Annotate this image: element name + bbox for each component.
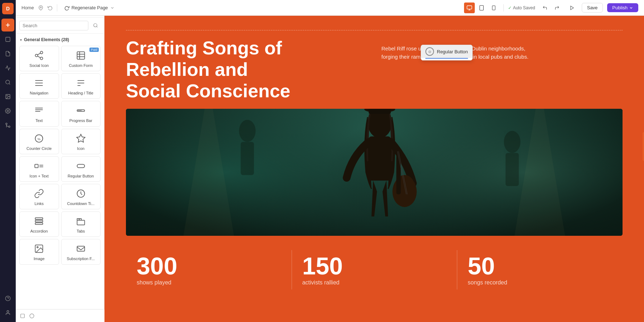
svg-point-73 bbox=[504, 131, 520, 153]
tablet-button[interactable] bbox=[476, 3, 487, 13]
tabs-preview bbox=[75, 215, 87, 227]
add-elements-icon[interactable] bbox=[1, 19, 14, 31]
user-icon[interactable] bbox=[1, 306, 14, 319]
svg-point-71 bbox=[239, 120, 255, 142]
feedback-tab[interactable]: Feedback bbox=[643, 132, 644, 161]
panel-bottom-icon-2[interactable] bbox=[29, 313, 34, 318]
svg-rect-43 bbox=[77, 220, 84, 225]
element-text[interactable]: Text bbox=[19, 101, 59, 126]
save-button[interactable]: Save bbox=[582, 3, 603, 13]
hero-right: Rebel Riff rose up from working class Du… bbox=[381, 38, 623, 61]
redo-button[interactable] bbox=[552, 3, 562, 13]
app-logo[interactable]: D bbox=[2, 3, 14, 14]
svg-rect-31 bbox=[77, 110, 82, 112]
panel-bottom-icon-1[interactable] bbox=[20, 313, 25, 318]
pages-icon[interactable] bbox=[1, 47, 14, 60]
element-icon[interactable]: Icon bbox=[61, 129, 101, 154]
help-icon[interactable] bbox=[1, 292, 14, 305]
autosave-label: Auto Saved bbox=[513, 5, 535, 10]
analytics-icon[interactable] bbox=[1, 62, 14, 74]
element-heading-title[interactable]: Heading / Title bbox=[61, 73, 101, 99]
svg-point-8 bbox=[9, 126, 10, 127]
settings-icon[interactable] bbox=[1, 104, 14, 117]
element-navigation[interactable]: Navigation bbox=[19, 73, 59, 99]
stat-item-0: 300 shows played bbox=[126, 247, 292, 293]
svg-point-15 bbox=[40, 51, 43, 54]
page-border bbox=[126, 30, 623, 30]
element-countdown-timer[interactable]: Countdown Ti... bbox=[61, 184, 101, 209]
search-button[interactable] bbox=[91, 20, 101, 30]
divider-1 bbox=[57, 4, 57, 11]
svg-line-19 bbox=[38, 53, 40, 55]
history-icon[interactable] bbox=[48, 5, 53, 10]
element-subscription-form[interactable]: Subscription F... bbox=[61, 239, 101, 264]
svg-point-45 bbox=[37, 247, 38, 248]
svg-rect-47 bbox=[21, 314, 25, 318]
svg-rect-49 bbox=[467, 6, 472, 9]
add-elements-panel: Add Elements ✕ ▾ General Elements (28) S… bbox=[16, 0, 104, 322]
media-icon[interactable] bbox=[1, 90, 14, 103]
countdown-timer-preview bbox=[75, 188, 87, 199]
element-label: Accordion bbox=[30, 229, 48, 234]
text-preview bbox=[33, 105, 45, 116]
publish-button[interactable]: Publish bbox=[607, 3, 638, 12]
search-input[interactable] bbox=[19, 21, 88, 30]
hero-row: Crafting Songs of Rebellion and Social C… bbox=[126, 38, 623, 102]
svg-marker-34 bbox=[77, 134, 85, 142]
stat-number-2: 50 bbox=[468, 254, 612, 278]
navigation-preview bbox=[33, 77, 45, 89]
seo-icon[interactable] bbox=[1, 76, 14, 89]
svg-line-4 bbox=[9, 83, 10, 84]
divider-2 bbox=[503, 4, 504, 11]
element-label: Counter Circle bbox=[26, 146, 52, 151]
links-preview bbox=[33, 188, 45, 199]
layers-icon[interactable] bbox=[1, 33, 14, 46]
undo-button[interactable] bbox=[540, 3, 550, 13]
element-label: Text bbox=[35, 118, 43, 123]
svg-point-16 bbox=[35, 54, 38, 57]
element-counter-circle[interactable]: % Counter Circle bbox=[19, 129, 59, 154]
subscription-form-preview bbox=[75, 243, 87, 254]
tooltip-icon: ⊙ bbox=[425, 47, 434, 56]
publish-label: Publish bbox=[612, 5, 628, 10]
pin-icon[interactable] bbox=[38, 5, 43, 10]
preview-button[interactable] bbox=[567, 3, 577, 13]
element-accordion[interactable]: Accordion bbox=[19, 211, 59, 237]
home-link[interactable]: Home bbox=[21, 5, 34, 10]
element-social-icon[interactable]: Social Icon bbox=[19, 46, 59, 71]
element-label: Social Icon bbox=[29, 63, 49, 68]
element-image[interactable]: Image bbox=[19, 239, 59, 264]
element-icon-text[interactable]: Icon + Text bbox=[19, 156, 59, 182]
paid-badge: Paid bbox=[89, 48, 99, 52]
left-sidebar: D bbox=[0, 0, 16, 322]
element-tabs[interactable]: Tabs bbox=[61, 211, 101, 237]
top-bar: Home Regenerate Page ✓ Auto Saved bbox=[16, 0, 644, 16]
section-header[interactable]: ▾ General Elements (28) bbox=[16, 34, 104, 44]
regenerate-button[interactable]: Regenerate Page bbox=[62, 4, 117, 12]
svg-rect-72 bbox=[241, 142, 254, 175]
element-label: Subscription F... bbox=[67, 257, 95, 261]
integrations-icon[interactable] bbox=[1, 119, 14, 132]
mobile-button[interactable] bbox=[488, 3, 499, 13]
element-custom-form[interactable]: Paid Custom Form bbox=[61, 46, 101, 71]
element-links[interactable]: Links bbox=[19, 184, 59, 209]
element-regular-button[interactable]: Regular Button bbox=[61, 156, 101, 182]
concert-image bbox=[126, 109, 623, 236]
tooltip-header: ⊙ Regular Button bbox=[421, 45, 472, 58]
element-label: Countdown Ti... bbox=[67, 201, 94, 206]
svg-point-48 bbox=[40, 7, 42, 8]
svg-rect-64 bbox=[369, 109, 391, 114]
desktop-button[interactable] bbox=[464, 3, 475, 13]
stat-item-2: 50 songs recorded bbox=[457, 247, 623, 293]
element-progress-bar[interactable]: Progress Bar bbox=[61, 101, 101, 126]
svg-rect-35 bbox=[35, 164, 38, 167]
element-label: Icon + Text bbox=[30, 174, 49, 179]
section-arrow-icon: ▾ bbox=[20, 38, 22, 42]
svg-rect-40 bbox=[35, 218, 43, 220]
svg-point-17 bbox=[40, 57, 43, 60]
accordion-preview bbox=[33, 215, 45, 227]
main-area: Crafting Songs of Rebellion and Social C… bbox=[104, 0, 644, 322]
counter-circle-preview: % bbox=[33, 133, 45, 144]
stats-section: 300 shows played 150 activists rallied 5… bbox=[126, 247, 623, 293]
svg-rect-46 bbox=[77, 246, 84, 251]
